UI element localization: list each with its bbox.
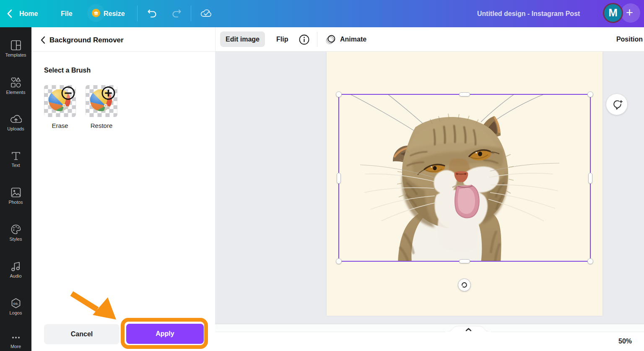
svg-text:co.: co.: [13, 302, 18, 306]
